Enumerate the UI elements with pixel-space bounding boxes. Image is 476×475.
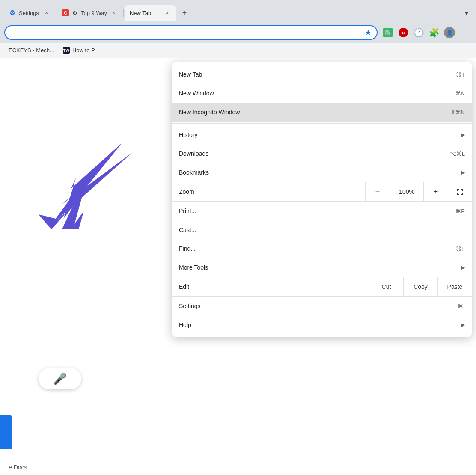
edit-label: Edit xyxy=(172,280,369,294)
menu-item-new-window[interactable]: New Window ⌘N xyxy=(172,84,472,103)
google-docs-text: e Docs xyxy=(9,464,27,471)
bookmark-star-icon[interactable]: ★ xyxy=(365,28,372,37)
main-content: 🎤 e Docs New Tab ⌘T New Window ⌘N New In… xyxy=(0,58,476,475)
menu-item-help-arrow: ▶ xyxy=(461,322,465,328)
menu-item-bookmarks[interactable]: Bookmarks ▶ xyxy=(172,163,472,182)
bookmark-eckeys-label: ECKEYS - Mech... xyxy=(9,47,54,53)
browser-frame: ⚙ Settings ✕ C ⚙ Top 9 Way ✕ New Tab ✕ +… xyxy=(0,0,476,475)
zoom-in-button[interactable]: + xyxy=(424,182,448,201)
bookmark-eckeys[interactable]: ECKEYS - Mech... xyxy=(5,45,58,55)
tab-settings[interactable]: ⚙ Settings ✕ xyxy=(3,5,55,21)
new-tab-button[interactable]: + xyxy=(178,7,190,19)
tab-topway-title: Top 9 Way xyxy=(81,10,107,16)
zoom-fullscreen-button[interactable] xyxy=(448,182,472,201)
menu-item-new-window-shortcut: ⌘N xyxy=(455,90,465,97)
ublock-icon: u xyxy=(399,28,408,37)
address-bar-row: ★ 🐘 u 🕐 🧩 👤 ⋮ xyxy=(0,22,476,43)
mic-icon: 🎤 xyxy=(53,372,67,386)
profile-avatar[interactable]: 👤 xyxy=(443,26,456,39)
bookmark-howtop-label: How to P xyxy=(72,47,95,53)
menu-item-find[interactable]: Find... ⌘F xyxy=(172,239,472,258)
menu-item-downloads-shortcut: ⌥⌘L xyxy=(450,151,465,157)
menu-item-more-tools[interactable]: More Tools ▶ xyxy=(172,258,472,277)
context-menu: New Tab ⌘T New Window ⌘N New Incognito W… xyxy=(172,62,472,337)
menu-item-new-tab-label: New Tab xyxy=(179,71,456,78)
menu-divider-1 xyxy=(172,123,472,124)
tab-settings-close[interactable]: ✕ xyxy=(43,9,50,16)
zoom-value: 100% xyxy=(390,182,424,201)
menu-item-history-label: History xyxy=(179,131,458,138)
cut-button[interactable]: Cut xyxy=(369,277,403,296)
bookmark-tw-icon: TW xyxy=(63,47,70,54)
zoom-out-button[interactable]: − xyxy=(366,182,390,201)
menu-item-settings-label: Settings xyxy=(179,303,458,309)
avatar-image: 👤 xyxy=(444,27,455,38)
menu-item-downloads[interactable]: Downloads ⌥⌘L xyxy=(172,144,472,163)
menu-item-help[interactable]: Help ▶ xyxy=(172,315,472,334)
address-bar[interactable]: ★ xyxy=(4,25,378,40)
menu-item-bookmarks-label: Bookmarks xyxy=(179,169,458,176)
tab-topway-close[interactable]: ✕ xyxy=(110,9,117,16)
menu-button[interactable]: ⋮ xyxy=(458,26,472,39)
zoom-label: Zoom xyxy=(172,185,365,199)
menu-item-print-label: Print... xyxy=(179,208,455,214)
mic-button[interactable]: 🎤 xyxy=(39,368,81,389)
menu-item-new-tab[interactable]: New Tab ⌘T xyxy=(172,65,472,84)
copy-button[interactable]: Copy xyxy=(403,277,437,296)
evernote-extension-icon[interactable]: 🐘 xyxy=(381,26,395,39)
tab-settings-title: Settings xyxy=(19,10,39,16)
menu-item-downloads-label: Downloads xyxy=(179,150,450,157)
three-dots-icon: ⋮ xyxy=(461,27,470,38)
menu-item-more-tools-label: More Tools xyxy=(179,264,458,271)
menu-item-incognito-label: New Incognito Window xyxy=(179,109,451,116)
tab-divider-1 xyxy=(56,9,56,17)
tab-overflow-button[interactable]: ▾ xyxy=(461,7,473,19)
paste-button[interactable]: Paste xyxy=(437,277,472,296)
menu-item-settings-shortcut: ⌘, xyxy=(458,303,465,309)
blue-sidebar-element xyxy=(0,415,12,449)
menu-item-new-tab-shortcut: ⌘T xyxy=(456,71,465,78)
tab-newtab[interactable]: New Tab ✕ xyxy=(125,5,176,21)
tab-newtab-close[interactable]: ✕ xyxy=(164,9,171,16)
menu-item-history[interactable]: History ▶ xyxy=(172,125,472,144)
menu-item-find-shortcut: ⌘F xyxy=(456,246,465,252)
tab-gear-icon: ⚙ xyxy=(72,10,77,16)
menu-item-help-label: Help xyxy=(179,321,458,328)
menu-item-print[interactable]: Print... ⌘P xyxy=(172,202,472,220)
menu-item-print-shortcut: ⌘P xyxy=(455,208,465,214)
menu-item-cast[interactable]: Cast... xyxy=(172,220,472,239)
toolbar-icons: 🐘 u 🕐 🧩 👤 ⋮ xyxy=(381,26,472,39)
bookmark-howtop[interactable]: TW How to P xyxy=(60,45,98,56)
tab-bar: ⚙ Settings ✕ C ⚙ Top 9 Way ✕ New Tab ✕ +… xyxy=(0,0,476,22)
extensions-icon[interactable]: 🧩 xyxy=(427,26,441,39)
settings-tab-icon: ⚙ xyxy=(9,9,15,16)
menu-item-incognito[interactable]: New Incognito Window ⇧⌘N xyxy=(172,103,472,122)
menu-item-find-label: Find... xyxy=(179,245,456,252)
zoom-controls: − 100% + xyxy=(365,182,472,201)
tab-divider-2 xyxy=(123,9,124,17)
mic-area: 🎤 xyxy=(39,368,81,389)
menu-item-settings[interactable]: Settings ⌘, xyxy=(172,297,472,315)
zoom-row: Zoom − 100% + xyxy=(172,182,472,202)
edit-row: Edit Cut Copy Paste xyxy=(172,277,472,297)
tab-topway[interactable]: C ⚙ Top 9 Way ✕ xyxy=(57,5,122,21)
menu-item-incognito-shortcut: ⇧⌘N xyxy=(451,109,465,116)
clock-extension-icon[interactable]: 🕐 xyxy=(412,26,425,39)
menu-item-cast-label: Cast... xyxy=(179,226,465,233)
menu-item-history-arrow: ▶ xyxy=(461,132,465,138)
menu-item-bookmarks-arrow: ▶ xyxy=(461,169,465,175)
google-docs-label: e Docs xyxy=(9,464,27,471)
evernote-icon: 🐘 xyxy=(383,28,393,37)
menu-item-new-window-label: New Window xyxy=(179,90,455,97)
tab-newtab-title: New Tab xyxy=(130,10,161,16)
fullscreen-icon xyxy=(456,187,464,196)
topway-favicon: C xyxy=(62,9,69,16)
menu-item-more-tools-arrow: ▶ xyxy=(461,264,465,270)
ublock-extension-icon[interactable]: u xyxy=(396,26,410,39)
bookmarks-bar: ECKEYS - Mech... TW How to P xyxy=(0,43,476,58)
